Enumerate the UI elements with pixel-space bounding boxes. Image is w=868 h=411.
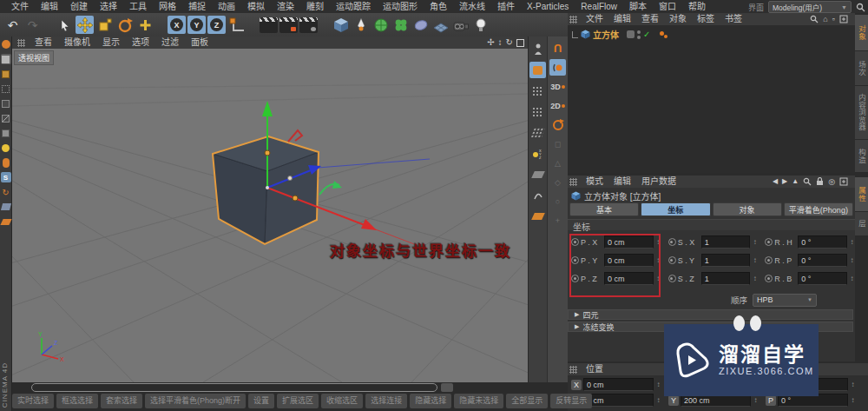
slant-plane-icon[interactable] [529, 166, 546, 182]
last-tool-button[interactable] [135, 16, 154, 34]
tab-coordinates[interactable]: 坐标 [641, 202, 710, 216]
search-icon[interactable] [803, 177, 812, 186]
spinner-icon[interactable]: ↕ [655, 396, 661, 404]
viewport-menu-item[interactable]: 选项 [126, 36, 155, 49]
viewport-view-label[interactable]: 透视视图 [14, 50, 54, 65]
menu-item[interactable]: 帮助 [682, 0, 712, 13]
render-picture-viewer-button[interactable] [279, 17, 298, 33]
command-tab[interactable]: 反转显示 [550, 394, 592, 408]
pos-y-field[interactable]: 0 cm [583, 394, 654, 407]
object-row[interactable]: 立方体 ✓ [569, 28, 670, 41]
keyframe-radio[interactable] [668, 238, 676, 246]
new-panel-icon[interactable] [839, 177, 848, 186]
keyframe-radio[interactable] [668, 275, 676, 282]
grid-array-icon[interactable] [529, 103, 546, 120]
quaternion-section[interactable]: ▶ 四元 [568, 309, 853, 320]
lock-x-axis-button[interactable]: X [168, 16, 186, 34]
deformer-button[interactable] [411, 16, 430, 34]
tab-phong[interactable]: 平滑着色(Phong) [784, 202, 853, 216]
om-menu-item[interactable]: 书签 [720, 13, 747, 25]
tab-structure[interactable]: 构造 [855, 140, 868, 173]
menu-item[interactable]: 运动跟踪 [330, 0, 377, 13]
zoom-icon[interactable]: ↕ [498, 36, 503, 49]
model-mode-icon[interactable] [1, 54, 11, 64]
subdivision-surface-button[interactable] [372, 16, 390, 34]
command-tab[interactable]: 隐藏未选择 [454, 394, 503, 408]
orbit-icon[interactable]: ↻ [506, 36, 513, 49]
search-icon[interactable] [856, 3, 865, 12]
home-icon[interactable]: ⌂ [823, 13, 827, 25]
command-tab[interactable]: 扩展选区 [277, 394, 319, 408]
character-icon[interactable] [529, 41, 546, 57]
viewport-solo-icon[interactable] [1, 157, 11, 168]
command-tab[interactable]: 隐藏选择 [410, 394, 451, 408]
parent-up-icon[interactable]: ▲ [792, 176, 799, 188]
cloth-icon[interactable] [529, 62, 546, 78]
command-tab[interactable]: 选择平滑着色(Phong)断开 [145, 394, 246, 408]
viewport-menu-item[interactable]: 过滤 [155, 36, 185, 49]
coordinate-system-button[interactable] [227, 16, 246, 34]
om-menu-item[interactable]: 查看 [636, 13, 664, 25]
om-menu-item[interactable]: 标签 [692, 13, 720, 25]
menu-item[interactable]: 编辑 [35, 0, 64, 13]
magnet-icon[interactable]: U [549, 40, 566, 56]
spline-pen-icon[interactable] [529, 187, 546, 203]
tab-attributes[interactable]: 属性 [855, 177, 868, 212]
falloff-icon[interactable]: ↻ [1, 187, 11, 197]
menu-item[interactable]: 工具 [123, 0, 153, 13]
mograph-button[interactable] [391, 16, 410, 34]
tab-takes[interactable]: 场次 [855, 51, 868, 86]
spinner-icon[interactable]: ↕ [655, 381, 661, 388]
menu-item[interactable]: X-Particles [521, 0, 575, 13]
menu-item[interactable]: 文件 [5, 0, 35, 13]
menu-item[interactable]: 雕刻 [300, 0, 330, 13]
pan-icon[interactable]: ✢ [487, 36, 494, 49]
command-tab[interactable]: 收缩选区 [321, 394, 363, 408]
viewport-canvas[interactable]: 透视视图 [12, 49, 528, 382]
command-tab[interactable]: 全部显示 [506, 394, 548, 408]
viewport-menu-item[interactable]: 面板 [185, 36, 214, 49]
rotation-field[interactable]: 0 ° [798, 272, 847, 285]
workplane-mode-icon[interactable] [1, 83, 11, 94]
timeline-slider[interactable] [31, 383, 437, 392]
panel-handle-icon[interactable] [17, 39, 25, 47]
enable-snap-icon[interactable] [549, 59, 566, 76]
scale-field[interactable]: 1 [701, 254, 751, 267]
array-icon[interactable] [529, 83, 546, 99]
menu-item[interactable]: 窗口 [653, 0, 682, 13]
order-dropdown[interactable]: HPB ▼ [753, 294, 817, 307]
spinner-icon[interactable]: ↕ [752, 238, 758, 246]
menu-item[interactable]: 创建 [64, 0, 94, 13]
vertex-snap-icon[interactable]: ◇ [549, 174, 566, 190]
guide-icon[interactable]: ◻ [549, 136, 566, 152]
maximize-icon[interactable] [516, 39, 524, 47]
enable-axis-icon[interactable] [1, 143, 11, 153]
tab-basic[interactable]: 基本 [569, 202, 639, 216]
primitive-cube-button[interactable] [332, 16, 350, 34]
rotate-tool-button[interactable] [115, 16, 134, 34]
tab-layers[interactable]: 层 [855, 212, 868, 236]
object-manager-panel[interactable]: 立方体 ✓ [568, 25, 855, 173]
command-tab[interactable]: 设置 [248, 394, 274, 408]
menu-item[interactable]: 流水线 [453, 0, 491, 13]
layout-preset-dropdown[interactable]: Modeling(用户) ▼ [768, 1, 852, 13]
command-tab[interactable]: 套索选择 [101, 394, 142, 408]
polygons-mode-icon[interactable] [1, 128, 11, 138]
plane-grid-icon[interactable] [529, 124, 546, 141]
am-menu-item[interactable]: 模式 [581, 176, 608, 188]
am-menu-item[interactable]: 用户数据 [636, 176, 681, 188]
history-forward-icon[interactable]: ▶ [782, 176, 787, 188]
camera-button[interactable] [451, 16, 470, 34]
object-name-label[interactable]: 立方体 [593, 28, 619, 41]
search-icon[interactable] [810, 15, 819, 23]
panel-handle-icon[interactable] [569, 178, 577, 186]
texture-mode-icon[interactable] [1, 69, 11, 79]
spinner-icon[interactable]: ↕ [849, 238, 855, 246]
snap-icon[interactable]: S [1, 172, 11, 182]
workplane-icon[interactable] [1, 216, 11, 227]
scale-field[interactable]: 1 [701, 235, 751, 249]
tab-object[interactable]: 对象 [713, 202, 782, 216]
spinner-icon[interactable]: ↕ [849, 256, 855, 264]
menu-item[interactable]: 脚本 [623, 0, 653, 13]
make-editable-icon[interactable] [1, 39, 11, 50]
